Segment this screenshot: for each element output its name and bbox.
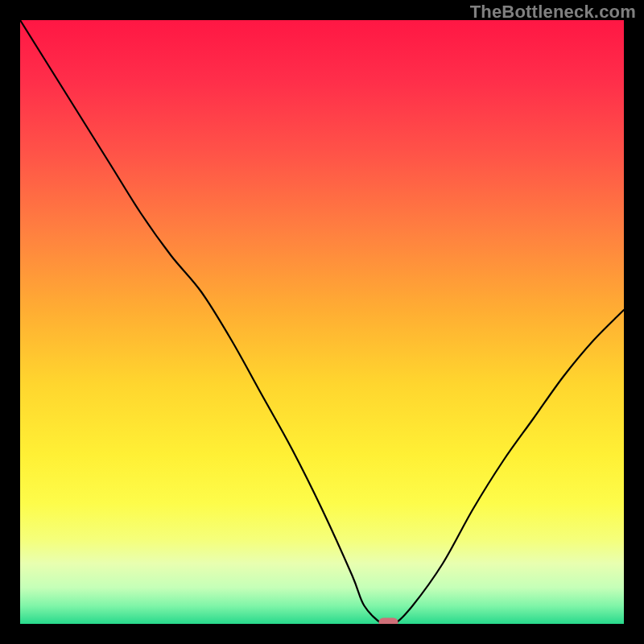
optimal-marker [379,618,398,625]
plot-area [20,20,624,624]
gradient-background [20,20,624,624]
chart-svg [20,20,624,624]
chart-container: TheBottleneck.com [0,0,644,644]
